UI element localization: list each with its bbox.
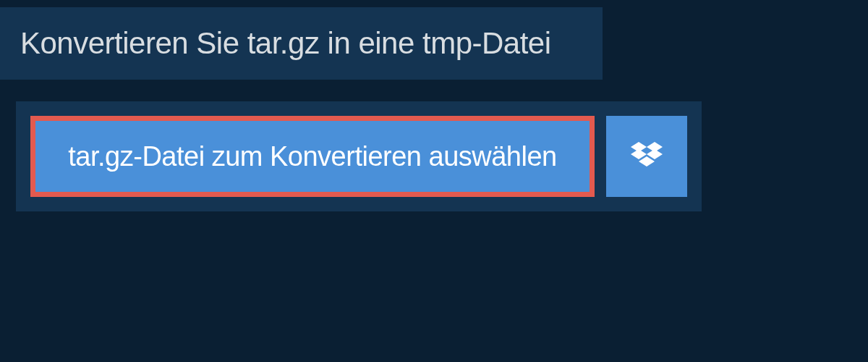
dropbox-icon [631,142,663,171]
select-file-label: tar.gz-Datei zum Konvertieren auswählen [68,141,556,172]
action-panel: tar.gz-Datei zum Konvertieren auswählen [16,101,702,211]
header-bar: Konvertieren Sie tar.gz in eine tmp-Date… [0,7,603,80]
dropbox-button[interactable] [606,116,687,197]
select-file-button[interactable]: tar.gz-Datei zum Konvertieren auswählen [30,116,595,197]
page-title: Konvertieren Sie tar.gz in eine tmp-Date… [20,26,551,61]
